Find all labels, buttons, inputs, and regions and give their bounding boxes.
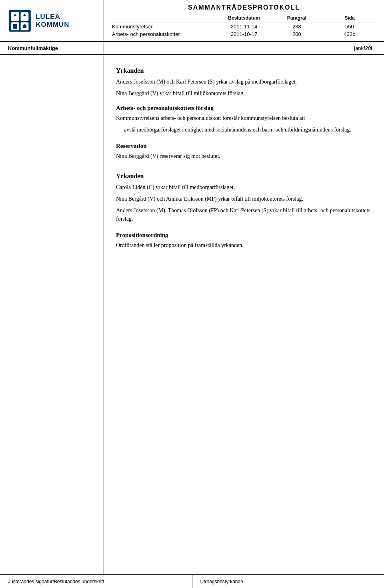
arbets-forslag-list-item: - avslå medborgarförslaget i enlighet me… (116, 126, 372, 134)
main-body: Yrkanden Anders Josefsson (M) och Karl P… (0, 55, 384, 574)
yrkanden-2-text2: Nina Bergård (V) och Annika Eriksson (MP… (116, 195, 372, 203)
footer-right: Utdragsbestyrkande (192, 575, 384, 588)
meta-header-row: Beslutsdatum Paragraf Sida (112, 15, 376, 22)
sida-1: 550 (323, 24, 376, 30)
reservation-text: Nina Berggård (V) reserverar sig mot bes… (116, 152, 372, 160)
yrkanden-section-1: Yrkanden Anders Josefsson (M) och Karl P… (116, 67, 372, 98)
sida-2: 433b (323, 31, 376, 37)
svg-rect-7 (13, 24, 17, 28)
ref-code-area: jankf20i (104, 42, 384, 54)
svg-rect-1 (11, 12, 19, 21)
doc-type-title: SAMMANTRÄDESPROTOKOLL (112, 4, 376, 11)
beslutsdatum-header: Beslutsdatum (218, 15, 270, 21)
org-1: Kommunstyrelsen (112, 24, 218, 30)
yrkanden-2-text1: Carola Lidén (C) yrkar bifall till medbo… (116, 183, 372, 191)
reservation-section: Reservation Nina Berggård (V) reserverar… (116, 143, 372, 160)
paragraf-1: 238 (270, 24, 323, 30)
header-logo-section: LULEÅ KOMMUN (0, 0, 104, 41)
yrkanden-section-2: Yrkanden Carola Lidén (C) yrkar bifall t… (116, 173, 372, 223)
propositionsordning-section: Propositionsordning Ordföranden ställer … (116, 232, 372, 249)
yrkanden-1-heading: Yrkanden (116, 67, 372, 74)
arbets-forslag-section: Arbets- och personalutskottets förslag K… (116, 105, 372, 134)
info-row-org: Kommunfullmäktige jankf20i (0, 42, 384, 55)
paragraf-header: Paragraf (270, 15, 323, 21)
sidebar (0, 55, 104, 574)
arbets-forslag-heading: Arbets- och personalutskottets förslag (116, 105, 372, 112)
meta-row-2: Arbets- och personalutskottet 2011-10-17… (112, 31, 376, 37)
sida-header: Sida (323, 15, 376, 21)
ref-code: jankf20i (112, 45, 376, 51)
propositions-heading: Propositionsordning (116, 232, 372, 239)
header-doc-section: SAMMANTRÄDESPROTOKOLL Beslutsdatum Parag… (104, 0, 384, 41)
yrkanden-1-text2: Nina Berggård (V) yrkar bifall till milj… (116, 89, 372, 98)
arbets-forslag-intro: Kommunstyrelsens arbets- och personaluts… (116, 114, 372, 122)
org-2: Arbets- och personalutskottet (112, 31, 218, 37)
main-content: Yrkanden Anders Josefsson (M) och Karl P… (104, 55, 384, 574)
footer-left: Justerandes signatur/Beslutandes undersk… (0, 575, 192, 588)
paragraf-2: 200 (270, 31, 323, 37)
date-2: 2011-10-17 (218, 31, 270, 37)
divider-line (116, 166, 132, 166)
list-dash: - (116, 126, 124, 134)
svg-point-8 (23, 24, 27, 28)
org-label: Kommunfullmäktige (0, 42, 104, 54)
meta-row-1: Kommunstyrelsen 2011-11-14 238 550 (112, 24, 376, 30)
yrkanden-2-heading: Yrkanden (116, 173, 372, 180)
blank-col (112, 15, 218, 21)
yrkanden-1-text1: Anders Josefsson (M) och Karl Petersen (… (116, 78, 372, 86)
reservation-heading: Reservation (116, 143, 372, 149)
date-1: 2011-11-14 (218, 24, 270, 30)
page: LULEÅ KOMMUN SAMMANTRÄDESPROTOKOLL Beslu… (0, 0, 384, 588)
header: LULEÅ KOMMUN SAMMANTRÄDESPROTOKOLL Beslu… (0, 0, 384, 42)
logo-text: LULEÅ KOMMUN (36, 13, 96, 29)
footer: Justerandes signatur/Beslutandes undersk… (0, 574, 384, 588)
yrkanden-2-text3: Anders Josefsson (M), Thomas Olofsson (F… (116, 206, 372, 223)
propositions-text: Ordföranden ställer proposition på frams… (116, 241, 372, 249)
svg-rect-2 (21, 12, 29, 21)
arbets-forslag-list-text: avslå medborgarförslaget i enlighet med … (124, 126, 372, 134)
luleå-logo-icon (8, 9, 32, 33)
